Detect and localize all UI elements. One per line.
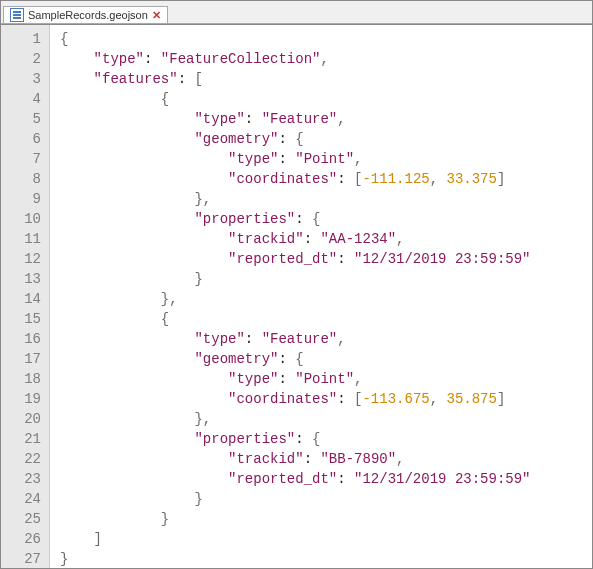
code-line: } — [60, 549, 531, 569]
code-line: "coordinates": [-113.675, 35.875] — [60, 389, 531, 409]
code-line: "features": [ — [60, 69, 531, 89]
code-line: "trackid": "BB-7890", — [60, 449, 531, 469]
code-line: "type": "Feature", — [60, 329, 531, 349]
code-line: "coordinates": [-111.125, 33.375] — [60, 169, 531, 189]
line-number: 23 — [11, 469, 41, 489]
line-number: 19 — [11, 389, 41, 409]
code-line: "geometry": { — [60, 349, 531, 369]
code-line: "properties": { — [60, 209, 531, 229]
line-number: 13 — [11, 269, 41, 289]
code-line: }, — [60, 409, 531, 429]
code-line: } — [60, 489, 531, 509]
line-number: 16 — [11, 329, 41, 349]
tab-filename: SampleRecords.geojson — [28, 9, 148, 21]
code-line: { — [60, 89, 531, 109]
line-number: 21 — [11, 429, 41, 449]
code-line: "geometry": { — [60, 129, 531, 149]
code-line: } — [60, 269, 531, 289]
line-number: 3 — [11, 69, 41, 89]
code-line: "type": "Feature", — [60, 109, 531, 129]
code-line: } — [60, 509, 531, 529]
line-number: 10 — [11, 209, 41, 229]
line-number: 5 — [11, 109, 41, 129]
line-number: 6 — [11, 129, 41, 149]
line-number: 9 — [11, 189, 41, 209]
code-line: { — [60, 29, 531, 49]
line-number: 18 — [11, 369, 41, 389]
line-number: 1 — [11, 29, 41, 49]
line-number: 27 — [11, 549, 41, 569]
line-number: 4 — [11, 89, 41, 109]
line-number: 7 — [11, 149, 41, 169]
line-number: 12 — [11, 249, 41, 269]
line-number: 11 — [11, 229, 41, 249]
code-line: "reported_dt": "12/31/2019 23:59:59" — [60, 469, 531, 489]
code-line: "type": "Point", — [60, 149, 531, 169]
code-content[interactable]: { "type": "FeatureCollection", "features… — [50, 25, 531, 569]
line-number-gutter: 1234567891011121314151617181920212223242… — [1, 25, 50, 569]
code-line: }, — [60, 189, 531, 209]
code-line: ] — [60, 529, 531, 549]
code-line: "type": "Point", — [60, 369, 531, 389]
line-number: 22 — [11, 449, 41, 469]
line-number: 15 — [11, 309, 41, 329]
tab-samplerecords[interactable]: SampleRecords.geojson ✕ — [3, 6, 168, 23]
line-number: 24 — [11, 489, 41, 509]
code-line: "properties": { — [60, 429, 531, 449]
code-line: "reported_dt": "12/31/2019 23:59:59" — [60, 249, 531, 269]
tab-bar: SampleRecords.geojson ✕ — [1, 1, 592, 24]
code-line: { — [60, 309, 531, 329]
line-number: 14 — [11, 289, 41, 309]
code-line: "type": "FeatureCollection", — [60, 49, 531, 69]
line-number: 25 — [11, 509, 41, 529]
code-line: "trackid": "AA-1234", — [60, 229, 531, 249]
line-number: 26 — [11, 529, 41, 549]
line-number: 8 — [11, 169, 41, 189]
close-icon[interactable]: ✕ — [152, 9, 161, 22]
line-number: 2 — [11, 49, 41, 69]
file-icon — [10, 8, 24, 22]
code-editor[interactable]: 1234567891011121314151617181920212223242… — [1, 24, 592, 569]
code-line: }, — [60, 289, 531, 309]
line-number: 20 — [11, 409, 41, 429]
line-number: 17 — [11, 349, 41, 369]
